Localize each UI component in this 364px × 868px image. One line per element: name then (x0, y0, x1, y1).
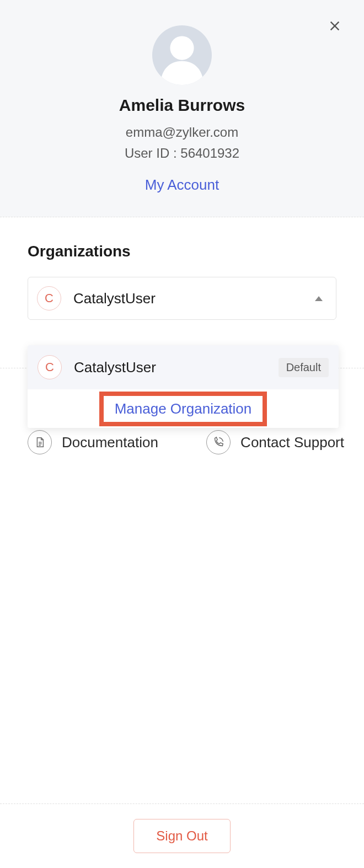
manage-organization-row: Manage Organization (28, 389, 339, 428)
document-icon (28, 430, 52, 454)
close-icon (329, 20, 341, 32)
body-section: Organizations C CatalystUser C CatalystU… (0, 217, 364, 804)
default-badge: Default (279, 358, 329, 377)
footer: Sign Out (0, 804, 364, 868)
org-option-name: CatalystUser (74, 359, 279, 376)
phone-icon (206, 430, 231, 454)
manage-organization-link[interactable]: Manage Organization (115, 400, 252, 417)
svg-point-2 (170, 36, 194, 60)
close-button[interactable] (325, 17, 344, 35)
organization-option[interactable]: C CatalystUser Default (28, 345, 339, 389)
avatar (152, 25, 212, 85)
account-panel: Amelia Burrows emma@zylker.com User ID :… (0, 0, 364, 868)
contact-support-label: Contact Support (240, 434, 344, 451)
chevron-up-icon (315, 296, 323, 301)
org-badge: C (38, 355, 62, 379)
documentation-link[interactable]: Documentation (28, 430, 158, 454)
avatar-placeholder-icon (152, 25, 212, 85)
user-name: Amelia Burrows (0, 96, 364, 115)
quicklinks-row: Documentation Contact Support (28, 430, 344, 454)
organization-dropdown: C CatalystUser Default Manage Organizati… (28, 345, 339, 428)
documentation-label: Documentation (62, 434, 158, 451)
my-account-link[interactable]: My Account (145, 176, 219, 194)
highlight-box: Manage Organization (99, 392, 267, 426)
sign-out-button[interactable]: Sign Out (133, 819, 230, 853)
user-email: emma@zylker.com (0, 125, 364, 140)
profile-header: Amelia Burrows emma@zylker.com User ID :… (0, 0, 364, 217)
organizations-heading: Organizations (28, 243, 336, 260)
organization-select[interactable]: C CatalystUser (28, 277, 336, 320)
contact-support-link[interactable]: Contact Support (206, 430, 344, 454)
user-id: User ID : 56401932 (0, 146, 364, 161)
org-selected-name: CatalystUser (73, 290, 315, 307)
org-badge: C (37, 286, 61, 310)
